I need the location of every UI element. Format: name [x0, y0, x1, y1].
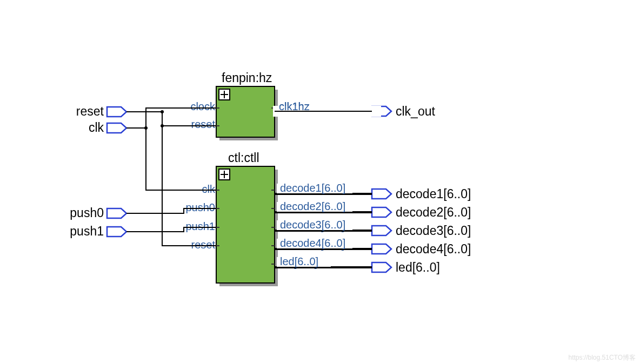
port-fenpin-reset: reset: [191, 118, 216, 130]
svg-point-31: [161, 124, 164, 127]
output-pin-decode3: decode3[6..0]: [372, 224, 471, 238]
output-pin-decode1: decode1[6..0]: [372, 187, 471, 201]
input-pin-reset: reset: [76, 104, 126, 118]
svg-text:decode2[6..0]: decode2[6..0]: [396, 205, 471, 219]
rtl-schematic: fenpin:hz clock reset clk1hz ctl:ctll cl…: [0, 0, 640, 364]
input-pin-clk: clk: [89, 120, 126, 134]
svg-text:decode2[6..0]: decode2[6..0]: [280, 200, 345, 212]
svg-text:push0: push0: [70, 206, 104, 220]
port-ctl-reset: reset: [191, 239, 216, 251]
output-pin-led: led[6..0]: [372, 260, 440, 274]
input-pin-push0: push0: [70, 206, 126, 220]
svg-rect-8: [216, 166, 275, 283]
block-fenpin-title: fenpin:hz: [222, 71, 272, 85]
svg-text:clk: clk: [89, 120, 104, 134]
svg-text:clk1hz: clk1hz: [279, 100, 310, 112]
svg-point-32: [144, 126, 148, 130]
svg-text:decode1[6..0]: decode1[6..0]: [396, 187, 471, 201]
svg-text:decode3[6..0]: decode3[6..0]: [280, 219, 345, 231]
port-ctl-push0: push0: [186, 201, 216, 213]
svg-text:decode4[6..0]: decode4[6..0]: [396, 242, 471, 256]
svg-text:decode1[6..0]: decode1[6..0]: [280, 182, 345, 194]
svg-text:led[6..0]: led[6..0]: [280, 255, 318, 267]
svg-text:decode4[6..0]: decode4[6..0]: [280, 237, 345, 249]
port-ctl-clk: clk: [202, 183, 216, 195]
svg-text:decode3[6..0]: decode3[6..0]: [396, 224, 471, 238]
block-ctl-title: ctl:ctll: [228, 151, 259, 165]
output-pin-clkout: clk_out: [372, 104, 435, 118]
svg-point-30: [161, 110, 164, 113]
input-pin-push1: push1: [70, 224, 126, 238]
svg-text:clk_out: clk_out: [396, 104, 435, 118]
svg-text:led[6..0]: led[6..0]: [396, 260, 440, 274]
watermark: https://blog.51CTO博客: [569, 354, 636, 361]
svg-text:push1: push1: [70, 224, 104, 238]
svg-text:reset: reset: [76, 104, 104, 118]
port-fenpin-clock: clock: [190, 100, 216, 112]
output-pin-decode4: decode4[6..0]: [372, 242, 471, 256]
port-ctl-push1: push1: [186, 220, 216, 232]
output-pin-decode2: decode2[6..0]: [372, 205, 471, 219]
